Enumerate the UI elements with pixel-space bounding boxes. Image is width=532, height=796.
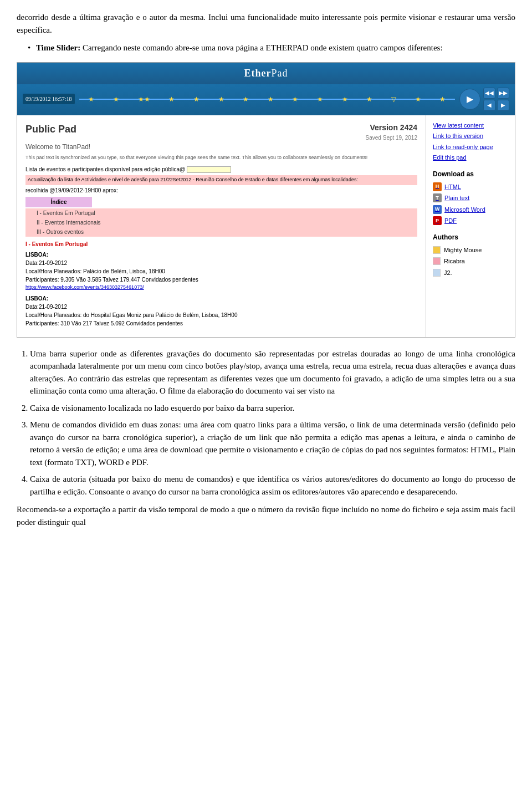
indice-iii: III - Outros eventos: [25, 227, 417, 237]
pad-title: Public Pad: [25, 122, 76, 137]
author2-name: Ricabra: [444, 257, 465, 266]
local2: Local/Hora Planeados: do Hospital Egas M…: [25, 311, 417, 319]
play-button[interactable]: ▶: [459, 89, 480, 110]
step-controls: ◀◀ ▶▶ ◀ ▶: [483, 88, 509, 111]
step-forward-button[interactable]: ▶: [497, 100, 509, 111]
version-info: Version 2424 Saved Sept 19, 2012: [366, 122, 417, 142]
final-paragraph: Recomenda-se a exportação a partir da vi…: [17, 503, 515, 528]
list-item-3: Menu de comandos dividido em duas zonas:…: [30, 419, 515, 468]
step-row-2: ◀ ▶: [483, 100, 509, 111]
edit-pad-link[interactable]: Edit this pad: [433, 153, 508, 162]
indice-ii: II - Eventos Internacionais: [25, 218, 417, 227]
welcome-text: Welcome to TitanPad!: [25, 142, 417, 152]
dl-pdf-label: PDF: [444, 216, 457, 226]
lista-label: Lista de eventos e participantes disponí…: [25, 166, 185, 172]
download-pdf[interactable]: P PDF: [433, 216, 508, 226]
author-j2: J2.: [433, 268, 508, 278]
playback-controls: ▶ ◀◀ ▶▶ ◀ ▶: [459, 88, 509, 111]
recolhida-text: recolhida @19/09/2012-19H00 aprox:: [25, 186, 417, 195]
lisboa2-header: LISBOA:: [25, 294, 417, 303]
sync-text: This pad text is synchronized as you typ…: [25, 154, 417, 161]
download-section: Download as H HTML T Plain text W Micros…: [433, 169, 508, 226]
link-to-version[interactable]: Link to this version: [433, 131, 508, 141]
participantes2: Participantes: 310 Vão 217 Talvez 5.092 …: [25, 319, 417, 328]
actualizacao-text: Actualização da lista de Actividades e n…: [25, 175, 417, 185]
author-ricabra: Ricabra: [433, 257, 508, 266]
author1-name: Mighty Mouse: [444, 246, 482, 255]
skip-forward-button[interactable]: ▶▶: [497, 88, 509, 99]
header-pad: Pad: [272, 68, 288, 79]
list-item-4: Caixa de autoria (situada por baixo do m…: [30, 473, 515, 498]
section-i-header: I - Eventos Em Portugal: [25, 240, 417, 248]
data2: Data:21-09-2012: [25, 303, 417, 311]
pad-header-row: Public Pad Version 2424 Saved Sept 19, 2…: [25, 122, 417, 142]
data1: Data:21-09-2012: [25, 259, 417, 267]
download-html[interactable]: H HTML: [433, 182, 508, 192]
timeline-timestamp: 09/19/2012 16:57:18: [23, 94, 75, 104]
lisboa1-header: LISBOA:: [25, 251, 417, 259]
indice-i: I - Eventos Em Portugal: [25, 208, 417, 218]
intro-para1: decorrido desde a última gravação e o au…: [17, 11, 515, 36]
etherpad-screenshot: EtherPad 09/19/2012 16:57:18 ★ ★ ★★ ★ ★ …: [17, 62, 515, 338]
authors-title: Authors: [433, 232, 508, 242]
numbered-list: Uma barra superior onde as diferentes gr…: [17, 348, 515, 498]
local1: Local/Hora Planeados: Palácio de Belém, …: [25, 267, 417, 275]
timeline-stars: ★ ★ ★★ ★ ★ ★ ★ ★ ★ ★ ★ ★ ▽ ★ ★: [79, 94, 455, 104]
bullet-dot: •: [28, 43, 30, 52]
saved-date: Saved Sept 19, 2012: [366, 134, 417, 142]
download-title: Download as: [433, 169, 508, 179]
timeslider-text: Carregando neste comando abre-se uma nov…: [80, 43, 442, 52]
download-word[interactable]: W Microsoft Word: [433, 205, 508, 215]
index-section: Índice I - Eventos Em Portugal II - Even…: [25, 197, 417, 237]
author1-color: [433, 246, 441, 254]
step-row-1: ◀◀ ▶▶: [483, 88, 509, 99]
timeline-bar: ★ ★ ★★ ★ ★ ★ ★ ★ ★ ★ ★ ★ ▽ ★ ★: [79, 91, 455, 107]
list-item-2: Caixa de visionamento localizada no lado…: [30, 402, 515, 415]
etherpad-header: EtherPad: [17, 63, 515, 84]
dl-plain-label: Plain text: [444, 193, 469, 203]
link-readonly[interactable]: Link to read-only page: [433, 142, 508, 152]
list-item-1: Uma barra superior onde as diferentes gr…: [30, 348, 515, 397]
facebook-link1[interactable]: https://www.facebook.com/events/34630327…: [25, 284, 417, 292]
author3-name: J2.: [444, 268, 452, 278]
participantes1: Participantes: 9.305 Vão 3.585 Talvez 17…: [25, 275, 417, 284]
authors-section: Authors Mighty Mouse Ricabra J2.: [433, 232, 508, 278]
dl-html-label: HTML: [444, 182, 461, 192]
author-mighty-mouse: Mighty Mouse: [433, 246, 508, 255]
version-number: Version 2424: [366, 122, 417, 134]
dl-word-label: Microsoft Word: [444, 205, 485, 215]
email-input-box: [187, 166, 231, 173]
html-icon: H: [433, 182, 442, 191]
doc-icon: W: [433, 205, 442, 214]
etherpad-sidebar: View latest content Link to this version…: [426, 115, 515, 337]
download-plain[interactable]: T Plain text: [433, 193, 508, 203]
header-ether: Ether: [244, 68, 272, 79]
etherpad-body: Public Pad Version 2424 Saved Sept 19, 2…: [17, 115, 515, 337]
view-latest-link[interactable]: View latest content: [433, 121, 508, 130]
bullet-timeslider: • Time Slider: Carregando neste comando …: [28, 42, 515, 54]
etherpad-main-content: Public Pad Version 2424 Saved Sept 19, 2…: [17, 115, 426, 337]
txt-icon: T: [433, 193, 442, 202]
skip-back-button[interactable]: ◀◀: [483, 88, 495, 99]
indice-title: Índice: [25, 197, 92, 207]
pdf-icon: P: [433, 216, 442, 225]
sidebar-links-section: View latest content Link to this version…: [433, 121, 508, 162]
author3-color: [433, 269, 441, 277]
author2-color: [433, 257, 441, 265]
step-back-button[interactable]: ◀: [483, 100, 495, 111]
timeslider-label: Time Slider:: [36, 43, 80, 52]
lista-text: Lista de eventos e participantes disponí…: [25, 165, 417, 174]
etherpad-timeline: 09/19/2012 16:57:18 ★ ★ ★★ ★ ★ ★ ★ ★ ★ ★…: [17, 84, 515, 115]
